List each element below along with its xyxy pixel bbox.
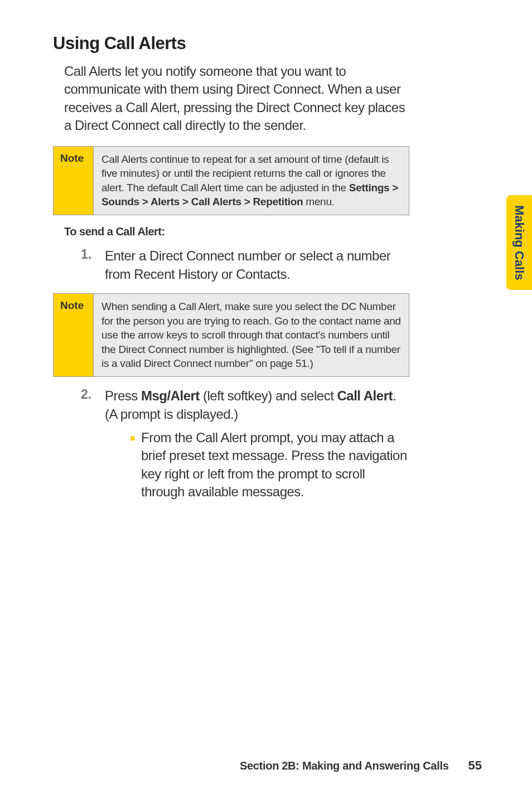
step2-before: Press	[105, 388, 141, 403]
step-list-2: 2. Press Msg/Alert (left softkey) and se…	[81, 387, 409, 505]
bullet-text: From the Call Alert prompt, you may atta…	[141, 429, 409, 501]
note-content: When sending a Call Alert, make sure you…	[94, 294, 409, 376]
side-tab: Making Calls	[506, 195, 532, 290]
bullet-item: ■ From the Call Alert prompt, you may at…	[130, 429, 409, 501]
step-text: Press Msg/Alert (left softkey) and selec…	[105, 387, 409, 505]
step2-bold1: Msg/Alert	[141, 388, 200, 403]
note-text-before: Call Alerts continue to repeat for a set…	[101, 153, 389, 194]
step-text: Enter a Direct Connect number or select …	[105, 247, 409, 283]
note-box-1: Note Call Alerts continue to repeat for …	[53, 146, 409, 216]
step-number: 2.	[81, 387, 105, 505]
step2-mid: (left softkey) and select	[200, 388, 337, 403]
footer-section-label: Section 2B: Making and Answering Calls	[240, 760, 449, 772]
note-label: Note	[54, 147, 94, 215]
footer-page-number: 55	[468, 758, 482, 773]
step-1: 1. Enter a Direct Connect number or sele…	[81, 247, 409, 283]
side-tab-label: Making Calls	[512, 205, 526, 280]
step-2: 2. Press Msg/Alert (left softkey) and se…	[81, 387, 409, 505]
bullet-list: ■ From the Call Alert prompt, you may at…	[130, 429, 409, 501]
page-footer: Section 2B: Making and Answering Calls 5…	[240, 758, 482, 773]
note-content: Call Alerts continue to repeat for a set…	[94, 147, 409, 215]
step2-bold2: Call Alert	[337, 388, 392, 403]
step-number: 1.	[81, 247, 105, 283]
bullet-marker-icon: ■	[130, 432, 141, 501]
intro-paragraph: Call Alerts let you notify someone that …	[64, 62, 409, 135]
step-list: 1. Enter a Direct Connect number or sele…	[81, 247, 409, 283]
page-heading: Using Call Alerts	[53, 33, 482, 54]
note-box-2: Note When sending a Call Alert, make sur…	[53, 293, 409, 377]
note-label: Note	[54, 294, 94, 376]
note-text-after: menu.	[303, 196, 334, 207]
subheading: To send a Call Alert:	[64, 225, 482, 238]
